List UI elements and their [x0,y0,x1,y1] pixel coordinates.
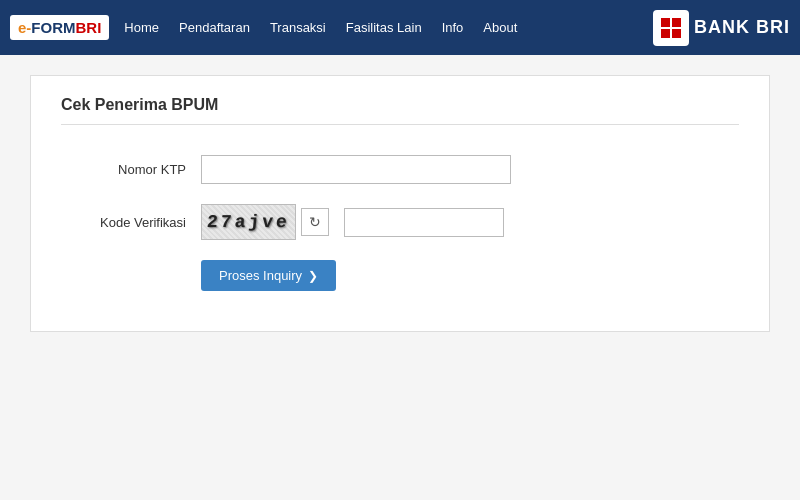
captcha-image: 27ajve [201,204,296,240]
submit-label: Proses Inquiry [219,268,302,283]
nav-pendaftaran[interactable]: Pendaftaran [179,20,250,35]
brand-e: e- [18,19,31,36]
nomor-ktp-group: Nomor KTP [61,155,739,184]
nomor-ktp-label: Nomor KTP [61,162,201,177]
svg-rect-0 [661,18,670,27]
svg-rect-2 [661,29,670,38]
captcha-input[interactable] [344,208,504,237]
bank-bri-logo: BANK BRI [653,10,790,46]
submit-button[interactable]: Proses Inquiry ❯ [201,260,336,291]
brand-form: FORM [31,19,75,36]
nav-fasilitas-lain[interactable]: Fasilitas Lain [346,20,422,35]
captcha-text: 27ajve [206,212,291,232]
brand-logo[interactable]: e-FORMBRI [10,15,109,40]
submit-chevron-icon: ❯ [308,269,318,283]
nomor-ktp-input[interactable] [201,155,511,184]
bank-bri-text: BANK BRI [694,17,790,38]
kode-verifikasi-label: Kode Verifikasi [61,215,201,230]
captcha-refresh-button[interactable]: ↻ [301,208,329,236]
kode-verifikasi-group: Kode Verifikasi 27ajve ↻ [61,204,739,240]
page-title: Cek Penerima BPUM [61,96,739,125]
brand-bri: BRI [76,19,102,36]
nav-transaksi[interactable]: Transaksi [270,20,326,35]
nav-info[interactable]: Info [442,20,464,35]
nav-home[interactable]: Home [124,20,159,35]
bri-icon [653,10,689,46]
nav-links: Home Pendaftaran Transaksi Fasilitas Lai… [124,20,653,35]
captcha-row: 27ajve ↻ [201,204,504,240]
svg-rect-1 [672,18,681,27]
navbar: e-FORMBRI Home Pendaftaran Transaksi Fas… [0,0,800,55]
nav-about[interactable]: About [483,20,517,35]
svg-rect-3 [672,29,681,38]
main-content: Cek Penerima BPUM Nomor KTP Kode Verifik… [30,75,770,332]
